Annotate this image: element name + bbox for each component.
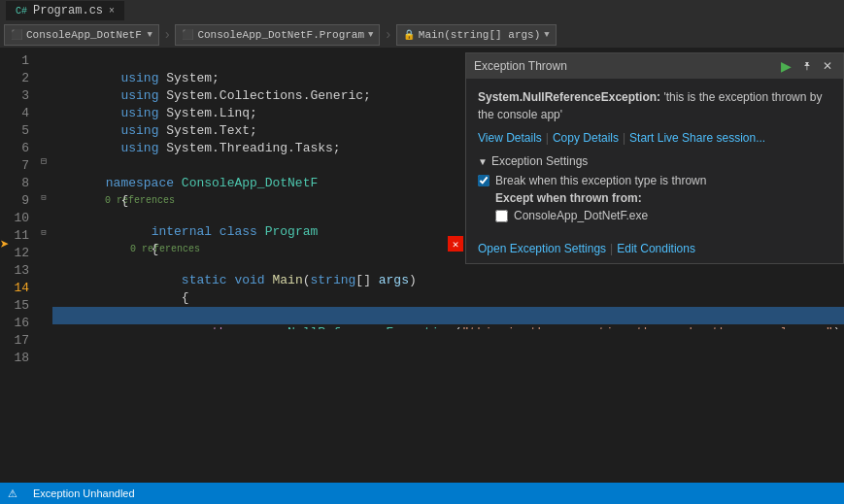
consoleapp-exception-label: ConsoleApp_DotNetF.exe <box>514 209 648 222</box>
class-dropdown[interactable]: ⬛ ConsoleApp_DotNetF.Program ▼ <box>175 24 380 46</box>
break-when-thrown-item: Break when this exception type is thrown <box>478 174 831 187</box>
popup-header: Exception Thrown ▶ 🖈 ✕ <box>466 53 843 79</box>
open-exception-settings-link[interactable]: Open Exception Settings <box>478 242 606 255</box>
chevron-down-icon-3: ▼ <box>544 30 549 40</box>
project-label: ConsoleApp_DotNetF <box>26 29 142 41</box>
method-label: Main(string[] args) <box>419 29 540 41</box>
popup-links: View Details | Copy Details | Start Live… <box>478 131 831 145</box>
code-line-15: } <box>52 324 844 329</box>
collapse-triangle-icon[interactable]: ▼ <box>478 156 488 167</box>
collapse-gutter: ⊟ ⊟ ⊟ <box>35 49 52 329</box>
line-number-17: 17 <box>8 332 29 350</box>
line-numbers-gutter: 1 2 3 4 5 6 7 8 9 10 11 12 13 14 15 16 1… <box>0 49 35 329</box>
line-number-7: 7 <box>8 157 29 175</box>
tab-label: Program.cs <box>33 4 103 17</box>
line-number-9: 9 <box>8 192 29 210</box>
line-number-12: 12 <box>8 245 29 262</box>
popup-header-title: Exception Thrown <box>474 59 567 73</box>
break-when-thrown-checkbox[interactable] <box>478 175 490 186</box>
exception-popup: Exception Thrown ▶ 🖈 ✕ System.NullRefere… <box>465 52 844 264</box>
editor-area: ➤ ✕ 1 2 3 4 5 6 7 8 9 10 11 12 13 14 15 … <box>0 49 844 329</box>
exception-title: System.NullReferenceException: 'this is … <box>478 88 831 123</box>
continue-button[interactable]: ▶ <box>778 57 794 75</box>
edit-conditions-link[interactable]: Edit Conditions <box>617 242 695 255</box>
tab-close-button[interactable]: × <box>109 6 115 17</box>
line-number-8: 8 <box>8 175 29 192</box>
collapse-namespace-icon[interactable]: ⊟ <box>35 153 52 171</box>
exception-type: System.NullReferenceException: <box>478 90 660 104</box>
consoleapp-exception-checkbox[interactable] <box>495 210 508 222</box>
current-line-arrow: ➤ <box>0 236 10 253</box>
lock-icon: 🔒 <box>403 29 415 41</box>
line-number-14: 14 <box>8 280 29 297</box>
program-cs-tab[interactable]: C# Program.cs × <box>6 1 124 20</box>
consoleapp-exception-item: ConsoleApp_DotNetF.exe <box>495 209 831 222</box>
code-line-14: throw new NullReferenceException("this i… <box>52 307 844 324</box>
method-dropdown[interactable]: 🔒 Main(string[] args) ▼ <box>396 24 557 46</box>
code-editor[interactable]: using System; using System.Collections.G… <box>52 49 844 329</box>
line-number-1: 1 <box>8 52 29 70</box>
line-number-15: 15 <box>8 297 29 315</box>
navigation-bar: ⬛ ConsoleApp_DotNetF ▼ › ⬛ ConsoleApp_Do… <box>0 21 844 49</box>
exception-status-icon: ⚠ <box>8 487 17 500</box>
nav-separator-1: › <box>161 27 173 43</box>
line-number-6: 6 <box>8 140 29 157</box>
line-number-4: 4 <box>8 105 29 122</box>
line-number-13: 13 <box>8 262 29 280</box>
exception-settings-header: ▼ Exception Settings <box>478 154 831 168</box>
line-number-5: 5 <box>8 122 29 140</box>
link-sep-2: | <box>623 131 625 145</box>
status-bar: ⚠ Exception Unhandled <box>0 483 844 504</box>
line-number-3: 3 <box>8 87 29 105</box>
exception-status-text: Exception Unhandled <box>33 487 135 499</box>
exception-settings-label: Exception Settings <box>491 154 588 168</box>
link-sep-1: | <box>546 131 549 145</box>
nav-separator-2: › <box>382 27 393 43</box>
view-details-link[interactable]: View Details <box>478 131 542 145</box>
line-number-2: 2 <box>8 70 29 87</box>
popup-header-icons: ▶ 🖈 ✕ <box>778 57 835 75</box>
live-share-link[interactable]: Start Live Share session... <box>629 131 765 145</box>
project-icon: ⬛ <box>11 29 22 41</box>
line-number-10: 10 <box>8 210 29 227</box>
title-bar: C# Program.cs × <box>0 0 844 21</box>
line-number-18: 18 <box>8 350 29 367</box>
copy-details-link[interactable]: Copy Details <box>553 131 619 145</box>
footer-sep: | <box>610 242 613 255</box>
class-label: ConsoleApp_DotNetF.Program <box>197 29 364 41</box>
project-dropdown[interactable]: ⬛ ConsoleApp_DotNetF ▼ <box>4 24 159 46</box>
chevron-down-icon: ▼ <box>148 30 152 40</box>
code-line-13: Console.WriteLine("we will now throw a N… <box>52 289 844 307</box>
code-line-12: { <box>52 272 844 289</box>
class-icon: ⬛ <box>182 29 193 41</box>
cs-file-icon: C# <box>16 6 27 17</box>
except-when-label: Except when thrown from: <box>495 191 831 205</box>
break-when-thrown-label: Break when this exception type is thrown <box>495 174 706 187</box>
line-number-16: 16 <box>8 315 29 332</box>
line-number-11: 11 <box>8 227 29 245</box>
chevron-down-icon-2: ▼ <box>368 30 373 40</box>
popup-body: System.NullReferenceException: 'this is … <box>466 79 843 238</box>
popup-footer: Open Exception Settings | Edit Condition… <box>466 238 843 263</box>
pin-button[interactable]: 🖈 <box>798 58 816 74</box>
close-popup-button[interactable]: ✕ <box>820 58 835 74</box>
